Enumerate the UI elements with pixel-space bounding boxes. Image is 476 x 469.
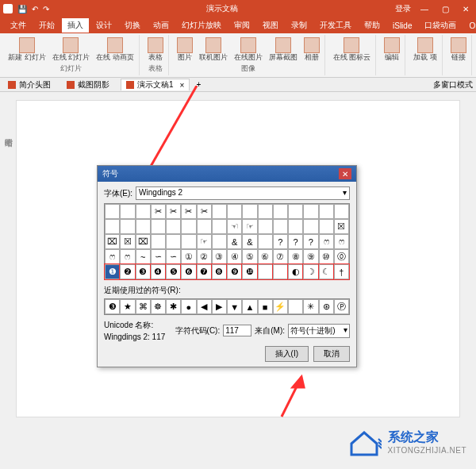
symbol-cell[interactable]: ② <box>197 249 212 264</box>
tab-view[interactable]: 视图 <box>257 18 284 33</box>
symbol-cell[interactable]: ⑦ <box>273 249 288 264</box>
recent-symbol-cell[interactable]: ☸ <box>151 299 166 314</box>
symbol-cell[interactable]: ෆ <box>120 249 135 264</box>
tab-slideshow[interactable]: 幻灯片放映 <box>176 18 227 33</box>
symbol-cell[interactable]: ❼ <box>197 264 212 279</box>
symbol-cell[interactable] <box>166 219 181 234</box>
charcode-input[interactable] <box>223 325 251 336</box>
recent-symbol-cell[interactable]: ⚡ <box>273 299 288 314</box>
dialog-close-button[interactable]: ✕ <box>339 168 351 179</box>
symbol-cell[interactable] <box>136 204 151 219</box>
symbol-cell[interactable] <box>258 264 273 279</box>
save-icon[interactable]: 💾 <box>17 5 27 13</box>
symbol-cell[interactable]: ❽ <box>212 264 227 279</box>
symbol-cell[interactable]: ⌧ <box>136 234 151 249</box>
close-button[interactable]: ✕ <box>459 2 473 16</box>
maximize-button[interactable]: ▢ <box>438 2 452 16</box>
recent-symbol-cell[interactable]: ● <box>181 299 196 314</box>
multiwin-label[interactable]: 多窗口模式 <box>433 79 473 90</box>
symbol-cell[interactable]: ❹ <box>151 264 166 279</box>
symbol-cell[interactable]: ③ <box>212 249 227 264</box>
symbol-cell[interactable]: ☞ <box>197 234 212 249</box>
symbol-cell[interactable] <box>288 219 303 234</box>
symbol-cell[interactable]: ◐ <box>288 264 303 279</box>
symbol-cell[interactable] <box>181 219 196 234</box>
recent-symbol-cell[interactable] <box>288 299 303 314</box>
symbol-cell[interactable]: ∽ <box>151 249 166 264</box>
symbol-cell[interactable]: ∽ <box>166 249 181 264</box>
symbol-cell[interactable]: ~ <box>136 249 151 264</box>
symbol-cell[interactable] <box>334 204 349 219</box>
symbol-cell[interactable] <box>105 204 120 219</box>
tab-file[interactable]: 文件 <box>5 18 32 33</box>
symbol-cell[interactable] <box>212 234 227 249</box>
symbol-cell[interactable]: ❾ <box>227 264 242 279</box>
iconcloud-button[interactable]: 在线 图标云 <box>332 37 373 62</box>
symbol-cell[interactable]: ✂ <box>151 204 166 219</box>
symbol-cell[interactable]: ☞ <box>242 219 257 234</box>
shapes-button[interactable]: 编辑 <box>382 37 401 62</box>
symbol-cell[interactable]: ⓪ <box>334 249 349 264</box>
symbol-cell[interactable]: & <box>227 234 242 249</box>
symbol-cell[interactable] <box>151 219 166 234</box>
picture-button[interactable]: 图片 <box>175 37 194 62</box>
symbol-cell[interactable]: ✂ <box>181 204 196 219</box>
symbol-cell[interactable] <box>136 219 151 234</box>
symbol-cell[interactable]: ⑨ <box>303 249 318 264</box>
symbol-cell[interactable]: ① <box>181 249 196 264</box>
from-select[interactable]: 符号(十进制)▾ <box>288 324 350 338</box>
symbol-cell[interactable]: ෆ <box>334 234 349 249</box>
symbol-cell[interactable] <box>227 204 242 219</box>
symbol-cell[interactable]: ෆ <box>105 249 120 264</box>
online-anim-button[interactable]: 在线 动画页 <box>94 37 136 62</box>
recent-symbol-cell[interactable]: ⊛ <box>319 299 334 314</box>
addin-button[interactable]: 加载 项 <box>412 37 439 62</box>
font-select[interactable]: Wingdings 2▾ <box>136 186 350 200</box>
symbol-cell[interactable]: † <box>334 264 349 279</box>
recent-symbol-cell[interactable]: ★ <box>120 299 135 314</box>
symbol-cell[interactable]: ⑥ <box>258 249 273 264</box>
tab-developer[interactable]: 开发工具 <box>314 18 357 33</box>
symbol-cell[interactable]: ✂ <box>197 204 212 219</box>
symbol-cell[interactable]: ⌧ <box>105 234 120 249</box>
minimize-button[interactable]: — <box>417 2 432 16</box>
cancel-button[interactable]: 取消 <box>313 346 350 362</box>
symbol-cell[interactable]: ⑤ <box>242 249 257 264</box>
new-slide-button[interactable]: 新建 幻灯片 <box>6 37 48 62</box>
tab-review[interactable]: 审阅 <box>228 18 255 33</box>
symbol-cell[interactable]: ❶ <box>105 264 120 279</box>
tab-koudai[interactable]: 口袋动画 <box>419 18 462 33</box>
symbol-cell[interactable] <box>319 204 334 219</box>
symbol-cell[interactable]: ❻ <box>181 264 196 279</box>
symbol-cell[interactable] <box>303 204 318 219</box>
online-pic-button[interactable]: 联机图片 <box>198 37 229 62</box>
symbol-cell[interactable]: ? <box>273 234 288 249</box>
online-slide-button[interactable]: 在线 幻灯片 <box>51 37 92 62</box>
tab-transitions[interactable]: 切换 <box>119 18 146 33</box>
recent-symbol-cell[interactable]: ▶ <box>212 299 227 314</box>
recent-symbol-cell[interactable]: ◀ <box>197 299 212 314</box>
symbol-cell[interactable] <box>120 219 135 234</box>
recent-symbol-cell[interactable]: Ⓟ <box>334 299 349 314</box>
symbol-cell[interactable]: ? <box>303 234 318 249</box>
symbol-cell[interactable] <box>319 219 334 234</box>
symbol-cell[interactable]: ④ <box>227 249 242 264</box>
symbol-cell[interactable] <box>273 264 288 279</box>
symbol-cell[interactable]: ☜ <box>227 219 242 234</box>
symbol-cell[interactable] <box>273 219 288 234</box>
doc-tab-2[interactable]: 截图阴影 <box>62 79 114 90</box>
symbol-cell[interactable]: ❸ <box>136 264 151 279</box>
symbol-cell[interactable] <box>258 204 273 219</box>
tab-insert[interactable]: 插入 <box>62 18 89 33</box>
symbol-cell[interactable] <box>166 234 181 249</box>
recent-symbol-cell[interactable]: ⌘ <box>136 299 151 314</box>
recent-symbol-cell[interactable]: ✳ <box>303 299 318 314</box>
recent-symbol-cell[interactable]: ▲ <box>242 299 257 314</box>
recent-symbol-cell[interactable]: ❸ <box>105 299 120 314</box>
symbol-cell[interactable] <box>181 234 196 249</box>
symbol-cell[interactable] <box>273 204 288 219</box>
insert-button[interactable]: 插入(I) <box>265 346 309 362</box>
symbol-cell[interactable]: ❿ <box>242 264 257 279</box>
recent-symbol-cell[interactable]: ■ <box>258 299 273 314</box>
tab-islide[interactable]: iSlide <box>387 20 417 32</box>
